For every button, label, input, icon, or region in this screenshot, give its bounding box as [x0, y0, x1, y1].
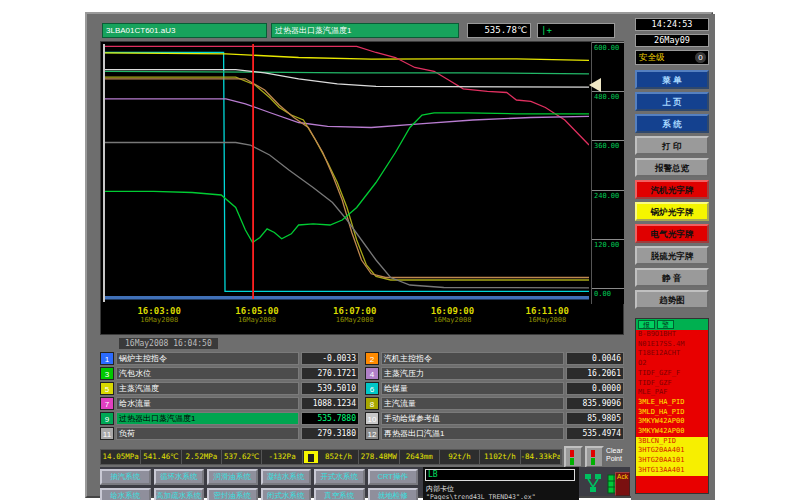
status-mode-indicator-icon[interactable] — [304, 451, 318, 463]
nav-button[interactable]: 凝结水系统 — [261, 469, 312, 485]
nav-button[interactable]: 密封油系统 — [207, 488, 258, 500]
legend-row[interactable]: 11负荷279.3180 — [100, 427, 359, 440]
legend-color-chip: 2 — [365, 352, 379, 365]
x-tick: 16:03:0016May2008 — [124, 306, 194, 324]
alarm-item[interactable]: TIDF_GZF_F — [636, 369, 708, 379]
legend-color-chip: 10 — [365, 412, 379, 425]
y-tick-label: 0.00 — [592, 288, 624, 298]
alarm-item[interactable]: B-B9O1BHT — [636, 330, 708, 340]
x-tick-time: 16:07:00 — [320, 306, 390, 316]
nav-button[interactable]: 真空系统 — [314, 488, 365, 500]
legend-column-left: 1锅炉主控指令-0.00333汽包水位270.17215主蒸汽温度539.501… — [100, 352, 359, 446]
x-tick-time: 16:03:00 — [124, 306, 194, 316]
point-tag-field[interactable]: 3LBA01CT601.aU3 — [102, 23, 267, 38]
alarm-tab[interactable]: 报 — [638, 320, 655, 329]
legend-column-right: 2汽机主控指令0.00464主蒸汽压力16.20616给煤量0.00008主汽流… — [365, 352, 624, 446]
alarm-item[interactable]: TIDF_GZF — [636, 379, 708, 389]
trend-curve-crimson-feedwater-flow — [105, 46, 589, 145]
alarm-item[interactable]: 3MKYW42AP00 — [636, 427, 708, 437]
x-tick: 16:11:0016May2008 — [512, 306, 582, 324]
legend-row[interactable]: 8主汽流量835.9096 — [365, 397, 624, 410]
nav-button[interactable]: 给水系统 — [100, 488, 151, 500]
x-tick-date: 16May2008 — [417, 316, 487, 324]
sidebar-button[interactable]: 汽机光字牌 — [635, 180, 709, 199]
legend-row[interactable]: 3汽包水位270.1721 — [100, 367, 359, 380]
x-tick: 16:05:0016May2008 — [222, 306, 292, 324]
nav-button[interactable]: 润滑油系统 — [207, 469, 258, 485]
legend-value: 535.7880 — [301, 412, 359, 425]
legend-row[interactable]: 1锅炉主控指令-0.0033 — [100, 352, 359, 365]
nav-button[interactable]: 循环水系统 — [154, 469, 205, 485]
alarm-tab[interactable]: 警 — [657, 320, 674, 329]
legend-row[interactable]: 6给煤量0.0000 — [365, 382, 624, 395]
trend-curves-svg — [105, 44, 589, 302]
legend-color-chip: 6 — [365, 382, 379, 395]
legend-color-chip: 8 — [365, 397, 379, 410]
x-tick: 16:09:0016May2008 — [417, 306, 487, 324]
alarm-item[interactable]: 3MKYW42AP00 — [636, 417, 708, 427]
alarm-item[interactable]: 3MLE_HA_PID — [636, 398, 708, 408]
nav-button[interactable]: CRT操作 — [368, 469, 419, 485]
status-value: 1102t/h — [480, 450, 520, 464]
sidebar-button[interactable]: 锅炉光字牌 — [635, 202, 709, 221]
sidebar-button[interactable]: 脱硫光字牌 — [635, 246, 709, 265]
sidebar-button[interactable]: 系 统 — [635, 114, 709, 133]
date-display: 26May09 — [635, 34, 709, 47]
point-value-box: 535.78℃ — [467, 23, 531, 38]
sidebar-button[interactable]: 电气光字牌 — [635, 224, 709, 243]
alarm-item[interactable]: T18E12ACHT — [636, 349, 708, 359]
alarm-item[interactable]: 3HTG20AA101 — [636, 456, 708, 466]
y-tick-label: 240.00 — [592, 190, 624, 200]
legend-row[interactable]: 7给水流量1088.1234 — [100, 397, 359, 410]
sidebar-button[interactable]: 趋势图 — [635, 290, 709, 309]
legend-value: 16.2061 — [566, 367, 624, 380]
nav-button[interactable]: 闭式水系统 — [261, 488, 312, 500]
nav-button[interactable]: 抽汽系统 — [100, 469, 151, 485]
command-input[interactable]: LB — [425, 469, 575, 481]
legend-label: 汽机主控指令 — [381, 352, 564, 365]
legend-color-chip: 1 — [100, 352, 114, 365]
alarm-item[interactable]: 3HTG20AA401 — [636, 446, 708, 456]
trend-curve-green-drum-level — [105, 113, 589, 243]
legend-row[interactable]: 12再热器出口汽温1535.4974 — [365, 427, 624, 440]
clock-display: 14:24:53 — [635, 18, 709, 31]
legend-value: 535.4974 — [566, 427, 624, 440]
nav-button[interactable]: 高加疏水系统 — [154, 488, 205, 500]
alarm-item[interactable]: N01E17SS.4M — [636, 340, 708, 350]
x-tick-date: 16May2008 — [222, 316, 292, 324]
alarm-item[interactable]: MLE_PAF — [636, 388, 708, 398]
command-panel: LB 内部卡位 "Pages\trend43L TREND43".ex" — [423, 467, 579, 500]
scale-pointer-triangle-icon[interactable] — [589, 78, 601, 92]
ack-button[interactable]: Ack — [615, 472, 630, 496]
trend-curve-cyan-coal-flow — [105, 53, 589, 292]
legend-row[interactable]: 9过热器出口蒸汽温度1535.7880 — [100, 412, 359, 425]
legend-row[interactable]: 4主蒸汽压力16.2061 — [365, 367, 624, 380]
alarm-item[interactable]: 3HTG13AA401 — [636, 466, 708, 476]
trend-plot-area[interactable] — [103, 44, 587, 302]
sidebar-button[interactable]: 静 音 — [635, 268, 709, 287]
trend-toggle-button-2[interactable] — [585, 446, 604, 468]
clear-point-button[interactable]: Clear Point — [606, 447, 630, 463]
sidebar-button[interactable]: 菜 单 — [635, 70, 709, 89]
legend-color-chip: 11 — [100, 427, 114, 440]
network-icon[interactable] — [583, 472, 603, 496]
legend-row[interactable]: 10手动给煤参考值85.9805 — [365, 412, 624, 425]
legend-row[interactable]: 5主蒸汽温度539.5010 — [100, 382, 359, 395]
trend-curve-tan-flow — [105, 79, 589, 278]
legend-label: 汽包水位 — [116, 367, 299, 380]
nav-button[interactable]: 开式水系统 — [314, 469, 365, 485]
alarm-item[interactable]: 3MLD_HA_PID — [636, 408, 708, 418]
aux-entry-box[interactable]: |+ — [537, 23, 615, 38]
alarm-item[interactable]: O2 — [636, 359, 708, 369]
nav-button[interactable]: 就地检修 — [368, 488, 419, 500]
point-name-field[interactable]: 过热器出口蒸汽温度1 — [271, 23, 459, 38]
sidebar-button[interactable]: 报警总览 — [635, 158, 709, 177]
sidebar-button[interactable]: 上 页 — [635, 92, 709, 111]
trend-toggle-button-1[interactable] — [564, 446, 583, 468]
alarm-item[interactable]: 3BLCN_PID — [636, 437, 708, 447]
x-tick-time: 16:09:00 — [417, 306, 487, 316]
y-tick-label: 120.00 — [592, 239, 624, 249]
sidebar-button[interactable]: 打 印 — [635, 136, 709, 155]
status-value: 92t/h — [440, 450, 480, 464]
legend-row[interactable]: 2汽机主控指令0.0046 — [365, 352, 624, 365]
